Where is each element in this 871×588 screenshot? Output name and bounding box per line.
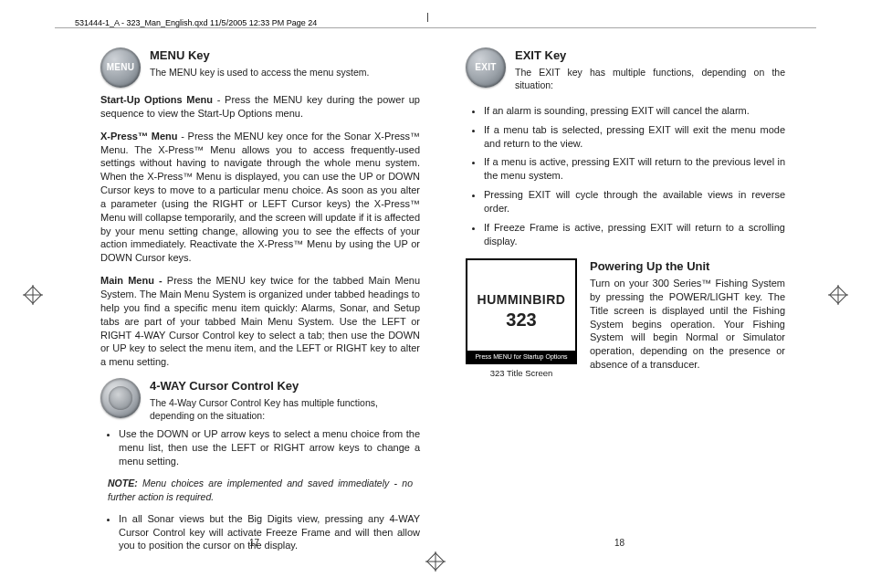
section-cursor-key: 4-WAY Cursor Control Key The 4-Way Curso… (100, 378, 420, 422)
page-number-17: 17 (249, 538, 259, 548)
list-item: Pressing EXIT will cycle through the ava… (484, 188, 785, 215)
list-item: Use the DOWN or UP arrow keys to select … (119, 427, 420, 468)
registration-mark-right (828, 285, 848, 305)
text-main: Press the MENU key twice for the tabbed … (100, 275, 420, 367)
note-text: Menu choices are implemented and saved i… (108, 478, 413, 501)
registration-mark-bottom (425, 551, 446, 572)
list-cursor-1: Use the DOWN or UP arrow keys to select … (100, 427, 420, 468)
list-item: If a menu tab is selected, pressing EXIT… (484, 123, 785, 151)
sub-exit-key: The EXIT key has multiple functions, dep… (515, 66, 785, 91)
title-screen-caption: 323 Title Screen (466, 368, 577, 380)
crop-mark-top (427, 13, 428, 22)
lead-main: Main Menu - (100, 275, 167, 286)
sub-cursor-key: The 4-Way Cursor Control Key has multipl… (150, 396, 420, 422)
print-header: 531444-1_A - 323_Man_English.qxd 11/5/20… (75, 18, 317, 27)
list-item: In all Sonar views but the Big Digits vi… (119, 512, 420, 553)
list-item: If Freeze Frame is active, pressing EXIT… (484, 221, 785, 248)
para-xpress-menu: X-Press™ Menu - Press the MENU key once … (100, 130, 420, 265)
para-powering-up: Turn on your 300 Series™ Fishing System … (590, 277, 785, 372)
title-screen-bar: Press MENU for Startup Options (467, 351, 575, 362)
sub-menu-key: The MENU key is used to access the menu … (150, 66, 420, 79)
title-screen-model: 323 (506, 308, 536, 332)
lead-xpress: X-Press™ Menu (100, 131, 177, 142)
menu-button-icon: MENU (100, 47, 141, 88)
list-cursor-2: In all Sonar views but the Big Digits vi… (100, 512, 420, 553)
heading-menu-key: MENU Key (150, 47, 420, 64)
exit-button-icon: EXIT (466, 47, 506, 88)
section-powering-up: HUMMINBIRD 323 Press MENU for Startup Op… (466, 258, 785, 380)
heading-exit-key: EXIT Key (515, 47, 785, 64)
cursor-control-icon (100, 378, 141, 418)
page-17: MENU MENU Key The MENU key is used to ac… (91, 44, 429, 551)
heading-powering-up: Powering Up the Unit (590, 258, 785, 275)
list-item: If an alarm is sounding, pressing EXIT w… (484, 104, 785, 118)
trim-line-top (55, 27, 816, 28)
heading-cursor-key: 4-WAY Cursor Control Key (150, 378, 420, 394)
page-18: EXIT EXIT Key The EXIT key has multiple … (456, 44, 794, 551)
text-xpress: - Press the MENU key once for the Sonar … (100, 131, 420, 264)
list-item: If a menu is active, pressing EXIT will … (484, 155, 785, 183)
list-exit: If an alarm is sounding, pressing EXIT w… (466, 104, 785, 248)
section-menu-key: MENU MENU Key The MENU key is used to ac… (100, 47, 420, 88)
title-screen-brand: HUMMINBIRD (477, 291, 566, 309)
note-menu-save: NOTE: Menu choices are implemented and s… (108, 477, 413, 502)
section-exit-key: EXIT EXIT Key The EXIT key has multiple … (466, 47, 785, 91)
para-main-menu: Main Menu - Press the MENU key twice for… (100, 274, 420, 369)
title-screen-figure: HUMMINBIRD 323 Press MENU for Startup Op… (466, 258, 577, 380)
title-screen-box: HUMMINBIRD 323 Press MENU for Startup Op… (466, 258, 577, 364)
page-spread: MENU MENU Key The MENU key is used to ac… (0, 44, 794, 551)
note-lead: NOTE: (108, 478, 138, 488)
page-number-18: 18 (614, 538, 624, 548)
para-startup-options: Start-Up Options Menu - Press the MENU k… (100, 93, 420, 121)
lead-startup: Start-Up Options Menu (100, 94, 213, 105)
